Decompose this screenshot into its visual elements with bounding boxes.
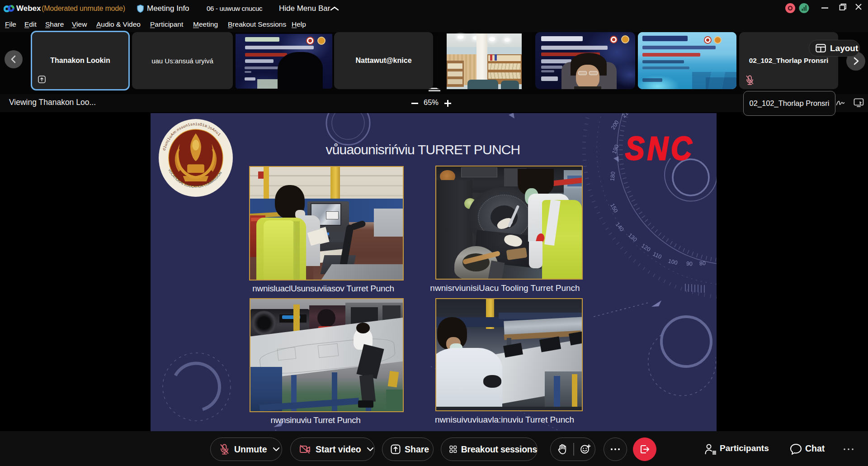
svg-text:80: 80 (699, 260, 706, 266)
svg-text:180: 180 (609, 171, 616, 181)
svg-text:n.a.u.u.: n.a.u.u. (189, 175, 203, 180)
svg-text:120: 120 (640, 243, 651, 253)
svg-text:90: 90 (686, 261, 693, 267)
svg-text:140: 140 (614, 221, 625, 233)
svg-text:130: 130 (627, 232, 638, 243)
svg-text:150: 150 (609, 202, 619, 214)
svg-text:110: 110 (652, 251, 663, 260)
svg-text:190: 190 (611, 144, 620, 155)
svg-text:100: 100 (667, 258, 678, 266)
svg-text:210: 210 (621, 113, 632, 119)
